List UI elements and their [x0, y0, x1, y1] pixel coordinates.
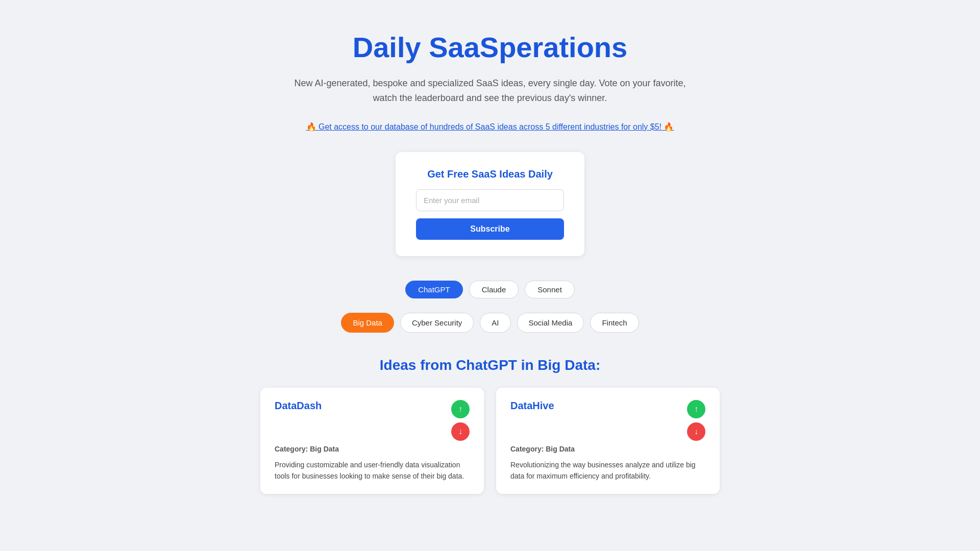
- email-card-title: Get Free SaaS Ideas Daily: [416, 168, 564, 180]
- page-title: Daily SaaSperations: [194, 31, 786, 64]
- idea-desc-datahive: Revolutionizing the way businesses analy…: [510, 459, 705, 482]
- idea-card-header-datahive: DataHive ↑ ↓: [510, 400, 705, 441]
- tab-chatgpt[interactable]: ChatGPT: [405, 281, 463, 298]
- category-tabs-container: Big Data Cyber Security AI Social Media …: [194, 313, 786, 333]
- page-container: Daily SaaSperations New AI-generated, be…: [184, 0, 796, 524]
- category-tab-cyber-security[interactable]: Cyber Security: [400, 313, 474, 333]
- category-tab-ai[interactable]: AI: [480, 313, 510, 333]
- idea-category-datahive: Category: Big Data: [510, 445, 705, 453]
- idea-card-header: DataDash ↑ ↓: [275, 400, 470, 441]
- vote-down-datadash[interactable]: ↓: [451, 422, 470, 441]
- ai-tabs-container: ChatGPT Claude Sonnet: [194, 281, 786, 298]
- subscribe-button[interactable]: Subscribe: [416, 218, 564, 240]
- category-tab-big-data[interactable]: Big Data: [341, 313, 394, 333]
- category-tab-social-media[interactable]: Social Media: [517, 313, 584, 333]
- promo-link[interactable]: 🔥 Get access to our database of hundreds…: [306, 122, 674, 132]
- email-input[interactable]: [416, 189, 564, 211]
- section-title: Ideas from ChatGPT in Big Data:: [194, 357, 786, 373]
- idea-title-datahive: DataHive: [510, 400, 554, 412]
- idea-card-datahive: DataHive ↑ ↓ Category: Big Data Revoluti…: [496, 388, 720, 494]
- tab-sonnet[interactable]: Sonnet: [525, 281, 575, 298]
- vote-up-datadash[interactable]: ↑: [451, 400, 470, 418]
- vote-down-datahive[interactable]: ↓: [687, 422, 705, 441]
- email-signup-card: Get Free SaaS Ideas Daily Subscribe: [396, 152, 584, 256]
- category-tab-fintech[interactable]: Fintech: [590, 313, 639, 333]
- vote-up-datahive[interactable]: ↑: [687, 400, 705, 418]
- vote-buttons-datadash: ↑ ↓: [451, 400, 470, 441]
- ideas-grid: DataDash ↑ ↓ Category: Big Data Providin…: [260, 388, 720, 494]
- tab-claude[interactable]: Claude: [469, 281, 519, 298]
- page-subtitle: New AI-generated, bespoke and specialize…: [286, 76, 694, 106]
- idea-card-datadash: DataDash ↑ ↓ Category: Big Data Providin…: [260, 388, 484, 494]
- idea-category-datadash: Category: Big Data: [275, 445, 470, 453]
- idea-title-datadash: DataDash: [275, 400, 322, 412]
- vote-buttons-datahive: ↑ ↓: [687, 400, 705, 441]
- idea-desc-datadash: Providing customizable and user-friendly…: [275, 459, 470, 482]
